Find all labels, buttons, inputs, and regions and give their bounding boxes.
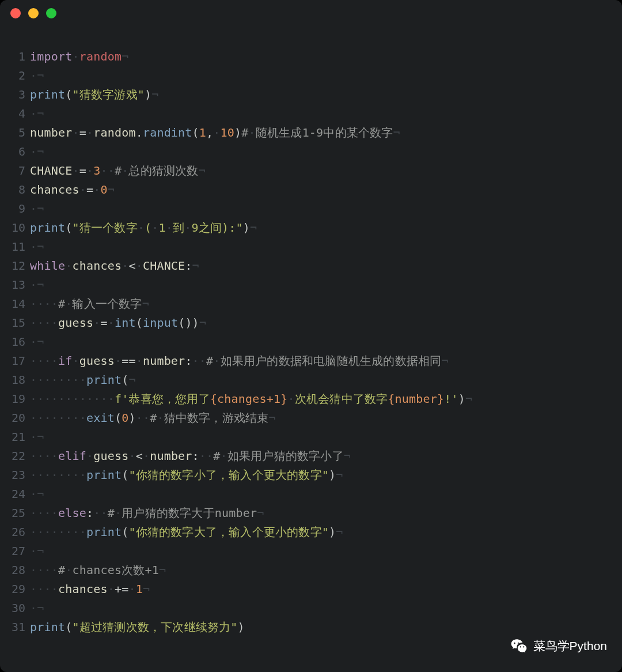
code-line[interactable]: 11·¬ — [0, 237, 622, 256]
line-number: 4 — [0, 107, 30, 120]
code-content[interactable]: ·¬ — [30, 66, 44, 85]
code-line[interactable]: 2·¬ — [0, 66, 622, 85]
watermark: 菜鸟学Python — [510, 637, 607, 655]
titlebar — [0, 0, 622, 27]
line-number: 15 — [0, 316, 30, 330]
code-content[interactable]: print("超过猜测次数，下次继续努力") — [30, 618, 245, 637]
maximize-icon[interactable] — [46, 8, 56, 18]
line-number: 14 — [0, 297, 30, 311]
code-content[interactable]: ····chances·+=·1¬ — [30, 580, 150, 599]
code-line[interactable]: 14····#·输入一个数字¬ — [0, 295, 622, 314]
line-number: 2 — [0, 69, 30, 82]
code-content[interactable]: ····elif·guess·<·number:··#·如果用户猜的数字小了¬ — [30, 447, 351, 466]
code-line[interactable]: 27·¬ — [0, 542, 622, 561]
code-line[interactable]: 22····elif·guess·<·number:··#·如果用户猜的数字小了… — [0, 447, 622, 466]
code-content[interactable]: ········print("你猜的数字小了，输入个更大的数字")¬ — [30, 466, 343, 485]
code-line[interactable]: 31print("超过猜测次数，下次继续努力") — [0, 618, 622, 637]
code-content[interactable]: ········print(¬ — [30, 371, 136, 390]
code-content[interactable]: ········exit(0)··#·猜中数字，游戏结束¬ — [30, 409, 276, 428]
code-line[interactable]: 8chances·=·0¬ — [0, 180, 622, 199]
code-line[interactable]: 9·¬ — [0, 199, 622, 218]
line-number: 7 — [0, 164, 30, 178]
line-number: 20 — [0, 411, 30, 425]
line-number: 28 — [0, 563, 30, 577]
code-line[interactable]: 3print("猜数字游戏")¬ — [0, 85, 622, 104]
line-number: 17 — [0, 354, 30, 368]
code-content[interactable]: ·¬ — [30, 275, 44, 295]
code-line[interactable]: 17····if·guess·==·number:··#·如果用户的数据和电脑随… — [0, 352, 622, 371]
code-line[interactable]: 18········print(¬ — [0, 371, 622, 390]
line-number: 12 — [0, 259, 30, 273]
code-content[interactable]: import·random¬ — [30, 47, 128, 66]
line-number: 16 — [0, 335, 30, 349]
code-line[interactable]: 13·¬ — [0, 275, 622, 295]
code-line[interactable]: 25····else:··#·用户猜的数字大于number¬ — [0, 504, 622, 523]
line-number: 30 — [0, 601, 30, 615]
code-content[interactable]: ········print("你猜的数字大了，输入个更小的数字")¬ — [30, 523, 343, 542]
code-content[interactable]: ·¬ — [30, 428, 44, 447]
watermark-text: 菜鸟学Python — [533, 638, 607, 654]
code-content[interactable]: ····#·chances次数+1¬ — [30, 561, 166, 580]
code-line[interactable]: 24·¬ — [0, 485, 622, 504]
line-number: 18 — [0, 373, 30, 387]
code-line[interactable]: 6·¬ — [0, 142, 622, 161]
line-number: 31 — [0, 620, 30, 634]
code-line[interactable]: 16·¬ — [0, 333, 622, 352]
code-line[interactable]: 21·¬ — [0, 428, 622, 447]
line-number: 8 — [0, 183, 30, 197]
line-number: 1 — [0, 50, 30, 63]
code-line[interactable]: 29····chances·+=·1¬ — [0, 580, 622, 599]
code-content[interactable]: ····#·输入一个数字¬ — [30, 295, 149, 314]
code-line[interactable]: 1import·random¬ — [0, 47, 622, 66]
code-line[interactable]: 30·¬ — [0, 599, 622, 618]
code-content[interactable]: ·¬ — [30, 237, 44, 256]
code-line[interactable]: 19············f'恭喜您，您用了{changes+1}·次机会猜中… — [0, 390, 622, 409]
line-number: 25 — [0, 506, 30, 520]
minimize-icon[interactable] — [28, 8, 39, 18]
line-number: 13 — [0, 278, 30, 292]
line-number: 21 — [0, 430, 30, 444]
code-content[interactable]: print("猜数字游戏")¬ — [30, 85, 158, 104]
code-content[interactable]: CHANCE·=·3··#·总的猜测次数¬ — [30, 161, 206, 180]
code-content[interactable]: number·=·random.randint(1,·10)#·随机生成1-9中… — [30, 123, 400, 142]
code-editor-window: 1import·random¬2·¬3print("猜数字游戏")¬4·¬5nu… — [0, 0, 622, 672]
line-number: 3 — [0, 88, 30, 101]
line-number: 9 — [0, 202, 30, 216]
code-content[interactable]: ·¬ — [30, 485, 44, 504]
wechat-icon — [510, 637, 528, 655]
code-content[interactable]: ····else:··#·用户猜的数字大于number¬ — [30, 504, 264, 523]
line-number: 11 — [0, 240, 30, 254]
code-content[interactable]: ·¬ — [30, 199, 44, 218]
code-content[interactable]: ·¬ — [30, 542, 44, 561]
line-number: 22 — [0, 449, 30, 463]
code-line[interactable]: 4·¬ — [0, 104, 622, 123]
line-number: 19 — [0, 392, 30, 406]
line-number: 27 — [0, 544, 30, 558]
code-editor[interactable]: 1import·random¬2·¬3print("猜数字游戏")¬4·¬5nu… — [0, 27, 622, 637]
code-line[interactable]: 28····#·chances次数+1¬ — [0, 561, 622, 580]
code-content[interactable]: ············f'恭喜您，您用了{changes+1}·次机会猜中了数… — [30, 390, 472, 409]
code-content[interactable]: chances·=·0¬ — [30, 180, 115, 199]
line-number: 6 — [0, 145, 30, 158]
line-number: 26 — [0, 525, 30, 539]
line-number: 29 — [0, 582, 30, 596]
code-content[interactable]: ····if·guess·==·number:··#·如果用户的数据和电脑随机生… — [30, 352, 449, 371]
line-number: 10 — [0, 221, 30, 235]
code-line[interactable]: 15····guess·=·int(input())¬ — [0, 314, 622, 333]
line-number: 23 — [0, 468, 30, 482]
code-line[interactable]: 12while·chances·<·CHANCE:¬ — [0, 256, 622, 275]
code-content[interactable]: print("猜一个数字·(·1·到·9之间):")¬ — [30, 218, 257, 237]
code-line[interactable]: 20········exit(0)··#·猜中数字，游戏结束¬ — [0, 409, 622, 428]
code-content[interactable]: ·¬ — [30, 333, 44, 352]
code-content[interactable]: while·chances·<·CHANCE:¬ — [30, 256, 199, 275]
code-line[interactable]: 26········print("你猜的数字大了，输入个更小的数字")¬ — [0, 523, 622, 542]
code-line[interactable]: 7CHANCE·=·3··#·总的猜测次数¬ — [0, 161, 622, 180]
code-content[interactable]: ····guess·=·int(input())¬ — [30, 314, 206, 333]
code-content[interactable]: ·¬ — [30, 104, 44, 123]
code-line[interactable]: 10print("猜一个数字·(·1·到·9之间):")¬ — [0, 218, 622, 237]
code-content[interactable]: ·¬ — [30, 142, 44, 161]
code-line[interactable]: 23········print("你猜的数字小了，输入个更大的数字")¬ — [0, 466, 622, 485]
code-content[interactable]: ·¬ — [30, 599, 44, 618]
close-icon[interactable] — [10, 8, 21, 18]
code-line[interactable]: 5number·=·random.randint(1,·10)#·随机生成1-9… — [0, 123, 622, 142]
